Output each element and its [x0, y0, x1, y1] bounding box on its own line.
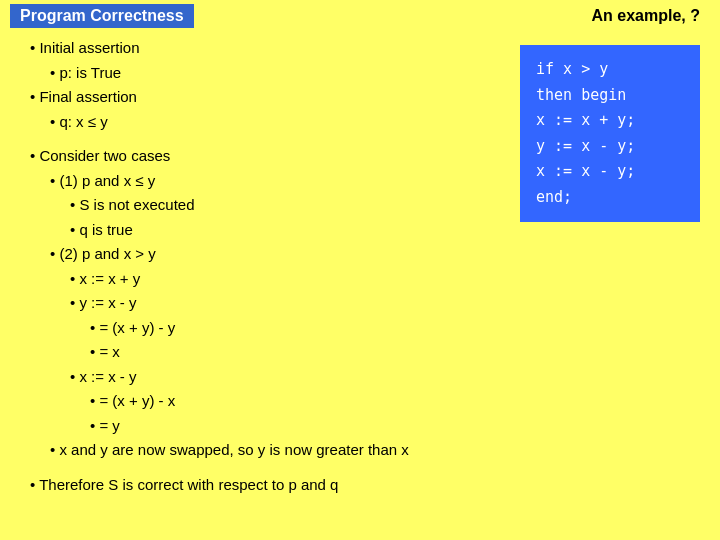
- code-line-4: y := x - y;: [536, 134, 684, 160]
- case2-item: (2) p and x > y: [20, 242, 700, 267]
- code-line-1: if x > y: [536, 57, 684, 83]
- case2-x2b-item: = y: [20, 414, 700, 439]
- page-title: Program Correctness: [10, 4, 194, 28]
- case2-y1b-item: = x: [20, 340, 700, 365]
- code-line-3: x := x + y;: [536, 108, 684, 134]
- case2-x2a-item: = (x + y) - x: [20, 389, 700, 414]
- code-line-6: end;: [536, 185, 684, 211]
- therefore-list: Therefore S is correct with respect to p…: [20, 473, 700, 498]
- case2-y1a-item: = (x + y) - y: [20, 316, 700, 341]
- code-line-5: x := x - y;: [536, 159, 684, 185]
- case2-x1-item: x := x + y: [20, 267, 700, 292]
- case2-conclusion-item: x and y are now swapped, so y is now gre…: [20, 438, 700, 463]
- example-label: An example, ?: [592, 7, 700, 25]
- code-line-2: then begin: [536, 83, 684, 109]
- case2-x2-item: x := x - y: [20, 365, 700, 390]
- case2-y1-item: y := x - y: [20, 291, 700, 316]
- code-block: if x > y then begin x := x + y; y := x -…: [520, 45, 700, 222]
- therefore-item: Therefore S is correct with respect to p…: [20, 473, 700, 498]
